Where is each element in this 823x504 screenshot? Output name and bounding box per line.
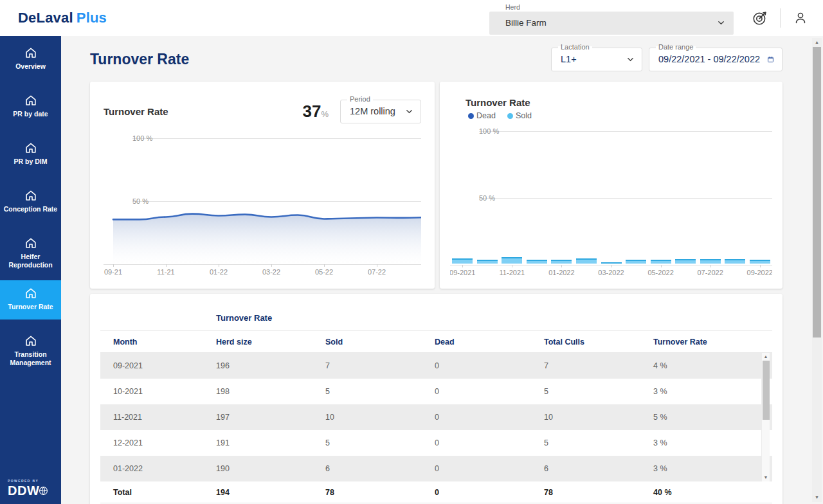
chevron-down-icon — [718, 19, 725, 26]
sidebar-item-heifer-reproduction[interactable]: Heifer Reproduction — [0, 230, 61, 272]
legend-item-sold: Sold — [507, 111, 532, 120]
table-cell: 5 — [325, 387, 435, 396]
calendar-icon[interactable] — [767, 56, 774, 63]
main-content: Turnover Rate Lactation L1+ Date range 0… — [61, 36, 823, 504]
kpi-value: 37 — [303, 102, 321, 121]
table-cell: 7 — [544, 361, 653, 370]
period-select-label: Period — [347, 95, 373, 103]
column-header: Dead — [435, 338, 544, 346]
table-header-row: MonthHerd sizeSoldDeadTotal CullsTurnove… — [100, 331, 772, 352]
date-range-field[interactable]: Date range 09/22/2021 - 09/22/2022 — [649, 48, 782, 71]
gridline-50: 50 % — [479, 198, 772, 199]
x-axis-tick — [710, 265, 711, 267]
table-cell: 5 — [325, 438, 435, 447]
xtick-label: 05-2022 — [643, 269, 679, 276]
ddw-brand-text: DDW — [8, 483, 39, 498]
herd-select[interactable]: Billie Farm — [489, 12, 734, 35]
bar-09-2021 — [452, 258, 473, 264]
page-scrollbar[interactable]: ▲ ▼ — [812, 38, 822, 502]
xtick-label: 01-22 — [201, 268, 237, 276]
xtick-label: 09-2021 — [450, 269, 480, 276]
table-cell: 191 — [216, 438, 325, 447]
x-axis-tick — [166, 264, 167, 267]
bar-07-2022 — [700, 259, 721, 264]
table-scrollbar-thumb[interactable] — [763, 361, 770, 420]
table-cell: 0 — [435, 387, 544, 396]
goal-icon — [752, 10, 768, 26]
bar-10-2021 — [477, 260, 498, 264]
logo-secondary: Plus — [77, 10, 107, 26]
table-cell: 3 % — [653, 387, 772, 396]
period-select[interactable]: Period 12M rolling — [340, 100, 421, 123]
table-cell: 197 — [216, 413, 325, 422]
table-scrollbar[interactable]: ▲ ▼ — [761, 353, 770, 482]
bar-09-2022 — [750, 260, 770, 264]
sidebar-item-label: Overview — [2, 62, 59, 71]
table-cell: 5 % — [653, 413, 772, 422]
chevron-down-icon — [627, 56, 634, 63]
x-axis-tick — [377, 264, 377, 267]
table-row: 11-2021197100105 % — [100, 404, 772, 430]
bar-11-2021 — [502, 257, 522, 264]
scroll-up-arrow[interactable]: ▲ — [812, 39, 822, 46]
home-icon — [24, 93, 38, 107]
goal-button[interactable] — [749, 7, 771, 29]
sidebar-item-label: Transition Management — [2, 350, 59, 367]
turnover-table-card: Turnover Rate MonthHerd sizeSoldDeadTota… — [90, 294, 782, 504]
table-cell: 10-2021 — [113, 387, 216, 396]
column-header: Turnover Rate — [653, 338, 772, 346]
lactation-select-value: L1+ — [561, 54, 622, 64]
table-row: 10-20211985053 % — [100, 379, 772, 404]
turnover-kpi: 37% — [303, 102, 329, 122]
column-header: Month — [113, 338, 216, 346]
sidebar-item-pr-by-dim[interactable]: PR by DIM — [0, 135, 61, 174]
table-row: 09-20211967074 % — [100, 353, 772, 379]
sidebar-item-label: Turnover Rate — [2, 303, 59, 311]
table-row: 01-20221906063 % — [100, 456, 772, 482]
user-profile-icon — [793, 10, 808, 26]
user-profile-button[interactable] — [790, 7, 811, 29]
xtick-label: 09-21 — [104, 268, 131, 276]
xtick-label: 05-22 — [306, 268, 342, 276]
table-cell: 190 — [216, 464, 325, 473]
bar-01-2022 — [551, 260, 572, 264]
x-axis-tick — [512, 265, 512, 267]
home-icon — [24, 236, 38, 250]
total-cell: 0 — [435, 488, 544, 497]
turnover-line-chart: 100 %50 %09-2111-2101-2203-2205-2207-22 — [104, 130, 421, 284]
gridline-100: 100 % — [479, 131, 772, 132]
table-cell: 3 % — [653, 464, 772, 473]
sidebar-item-label: Heifer Reproduction — [2, 253, 59, 269]
page-scrollbar-thumb[interactable] — [813, 47, 821, 338]
xtick-label: 07-22 — [359, 268, 395, 276]
sidebar-item-conception-rate[interactable]: Conception Rate — [0, 183, 61, 222]
column-header: Herd size — [216, 338, 325, 346]
sidebar-item-pr-by-date[interactable]: PR by date — [0, 87, 61, 127]
lactation-select[interactable]: Lactation L1+ — [551, 48, 642, 71]
scroll-down-arrow[interactable]: ▼ — [762, 474, 770, 481]
xtick-label: 11-21 — [148, 268, 184, 276]
bar-06-2022 — [675, 259, 696, 264]
scroll-down-arrow[interactable]: ▼ — [812, 494, 822, 501]
table-cell: 3 % — [653, 438, 772, 447]
column-header: Total Culls — [544, 338, 653, 346]
table-cell: 01-2022 — [113, 464, 216, 473]
period-select-value: 12M rolling — [350, 106, 401, 116]
turnover-bar-card: Turnover Rate DeadSold 100 %50 %09-20211… — [440, 82, 782, 289]
sidebar-item-turnover-rate[interactable]: Turnover Rate — [0, 280, 61, 320]
sidebar-item-transition-management[interactable]: Transition Management — [0, 328, 61, 370]
xtick-label: 03-22 — [253, 268, 289, 276]
xtick-label: 01-2022 — [543, 269, 579, 276]
herd-select-label: Herd — [505, 3, 734, 11]
total-cell: 194 — [216, 488, 325, 497]
bar-05-2022 — [651, 260, 671, 264]
scroll-up-arrow[interactable]: ▲ — [762, 354, 770, 360]
home-icon — [24, 188, 38, 203]
lactation-select-label: Lactation — [558, 43, 592, 51]
table-scroll-area: 09-20211967074 %10-20211985053 %11-20211… — [100, 353, 772, 482]
kpi-unit: % — [321, 109, 329, 119]
chevron-down-icon — [406, 108, 413, 115]
table-cell: 7 — [325, 361, 435, 370]
sidebar-item-overview[interactable]: Overview — [0, 40, 61, 79]
xtick-label: 07-2022 — [692, 269, 728, 276]
